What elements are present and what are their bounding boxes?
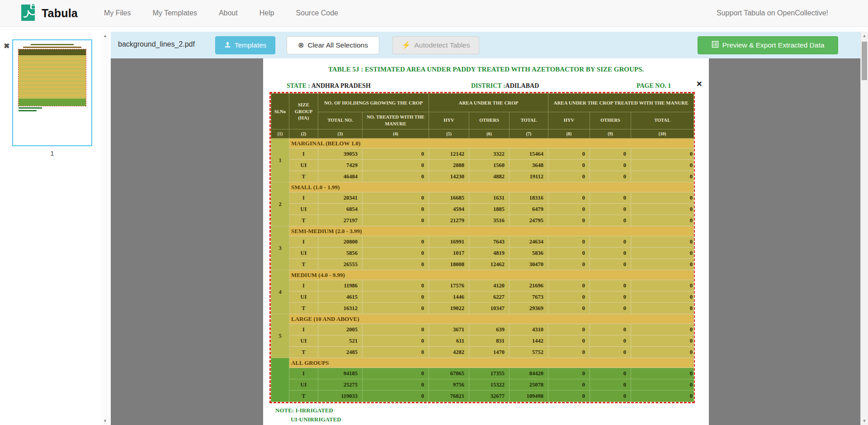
col-group-header: AREA UNDER THE CROP TREATED WITH THE MAN… — [548, 94, 694, 112]
value-cell: 94185 — [318, 368, 363, 379]
value-cell: 0 — [363, 204, 429, 215]
selection-close-icon[interactable]: ✕ — [696, 80, 702, 88]
value-cell: 0 — [363, 379, 429, 391]
value-cell: 14230 — [429, 171, 469, 182]
main-scrollbar[interactable]: ▲ ▼ — [860, 32, 868, 425]
nav-item-my-templates[interactable]: My Templates — [152, 9, 197, 17]
row-type-cell: I — [289, 280, 318, 291]
preview-export-button[interactable]: Preview & Export Extracted Data — [698, 36, 838, 54]
document-title: TABLE 5J : ESTIMATED AREA UNDER PADDY TR… — [263, 66, 709, 73]
value-cell: 6479 — [509, 204, 548, 215]
table-row: I39053012142332215464000 — [271, 148, 694, 160]
scroll-up-icon[interactable]: ▲ — [861, 33, 868, 39]
value-cell: 0 — [590, 303, 631, 314]
scroll-up-icon[interactable]: ▲ — [101, 33, 109, 39]
value-cell: 0 — [548, 347, 590, 358]
pdf-table: Sl.No SIZE GROUP (HA) NO. OF HOLDINGS GR… — [271, 93, 694, 402]
table-row: I2005036716394310000 — [271, 324, 694, 335]
value-cell: 1470 — [469, 347, 509, 358]
row-type-cell: UI — [289, 335, 318, 347]
value-cell: 46484 — [318, 171, 363, 182]
value-cell: 611 — [429, 335, 469, 347]
pdf-viewport: TABLE 5J : ESTIMATED AREA UNDER PADDY TR… — [111, 58, 860, 425]
value-cell: 0 — [548, 324, 590, 335]
value-cell: 0 — [590, 215, 631, 226]
section-header-cell: LARGE (10 AND ABOVE) — [289, 314, 694, 324]
document-note: NOTE: I-IRRIGATED UI-UNIRRIGATED — [275, 406, 341, 424]
value-cell: 4615 — [318, 291, 363, 303]
value-cell: 0 — [363, 303, 429, 314]
section-row: 4MEDIUM (4.0 - 9.99) — [271, 270, 694, 280]
document-toolbar: background_lines_2.pdf Templates ⊗ Clear… — [111, 32, 860, 58]
value-cell: 0 — [631, 248, 694, 259]
value-cell: 32677 — [469, 391, 509, 402]
sub-header: OTHERS — [590, 112, 631, 129]
value-cell: 4819 — [469, 248, 509, 259]
remove-page-icon[interactable]: ✖ — [4, 43, 9, 50]
value-cell: 0 — [363, 368, 429, 379]
note-line-1: NOTE: I-IRRIGATED — [275, 406, 341, 415]
value-cell: 0 — [363, 347, 429, 358]
value-cell: 15464 — [509, 148, 548, 160]
nav-item-about[interactable]: About — [219, 9, 238, 17]
row-type-cell: UI — [289, 204, 318, 215]
value-cell: 0 — [548, 379, 590, 391]
table-row: T24850428214705752000 — [271, 347, 694, 358]
slno-cell: 3 — [271, 226, 289, 270]
value-cell: 7673 — [509, 291, 548, 303]
value-cell: 0 — [363, 248, 429, 259]
autodetect-tables-button[interactable]: ⚡ Autodetect Tables — [392, 36, 479, 54]
table-row: T265550180081246230470000 — [271, 259, 694, 270]
value-cell: 0 — [548, 248, 590, 259]
value-cell: 0 — [590, 259, 631, 270]
value-cell: 25078 — [509, 379, 548, 391]
value-cell: 0 — [363, 215, 429, 226]
document-filename: background_lines_2.pdf — [118, 40, 195, 48]
scrollbar-thumb[interactable] — [862, 42, 867, 80]
value-cell: 521 — [318, 335, 363, 347]
sub-header: TOTAL — [509, 112, 548, 129]
col-number: (2) — [289, 129, 318, 138]
autodetect-button-label: Autodetect Tables — [415, 41, 470, 49]
scroll-down-icon[interactable]: ▼ — [101, 418, 109, 424]
sub-header: NO. TREATED WITH THE MANURE — [363, 112, 429, 129]
clear-all-selections-button[interactable]: ⊗ Clear All Selections — [287, 36, 379, 54]
table-selection-box[interactable]: Sl.No SIZE GROUP (HA) NO. OF HOLDINGS GR… — [269, 92, 695, 403]
slno-cell: 5 — [271, 314, 289, 358]
value-cell: 27197 — [318, 215, 363, 226]
value-cell: 0 — [590, 347, 631, 358]
sub-header: OTHERS — [469, 112, 509, 129]
templates-button[interactable]: Templates — [215, 36, 275, 54]
nav-item-source-code[interactable]: Source Code — [296, 9, 338, 17]
brand[interactable]: Tabula — [19, 3, 78, 24]
value-cell: 0 — [631, 324, 694, 335]
nav-item-my-files[interactable]: My Files — [104, 9, 131, 17]
sub-header: TOTAL NO. — [318, 112, 363, 129]
value-cell: 0 — [548, 280, 590, 291]
page-thumbnail[interactable] — [12, 39, 92, 146]
value-cell: 3671 — [429, 324, 469, 335]
export-table-icon — [712, 41, 719, 50]
value-cell: 1446 — [429, 291, 469, 303]
value-cell: 0 — [590, 379, 631, 391]
support-link[interactable]: Support Tabula on OpenCollective! — [717, 9, 828, 17]
thumb-subtitle-line — [23, 47, 81, 48]
scroll-down-icon[interactable]: ▼ — [861, 418, 868, 424]
value-cell: 4120 — [469, 280, 509, 291]
nav-item-help[interactable]: Help — [259, 9, 274, 17]
table-row: T11903307682132677109498000 — [271, 391, 694, 402]
pdf-page[interactable]: TABLE 5J : ESTIMATED AREA UNDER PADDY TR… — [263, 58, 709, 425]
value-cell: 16685 — [429, 192, 469, 204]
value-cell: 18008 — [429, 259, 469, 270]
value-cell: 19022 — [429, 303, 469, 314]
section-row: ALL GROUPS — [271, 358, 694, 368]
nav-links: My Files My Templates About Help Source … — [104, 9, 338, 17]
section-header-cell: ALL GROUPS — [289, 358, 694, 368]
row-type-cell: UI — [289, 379, 318, 391]
col-header: Sl.No — [271, 94, 289, 129]
value-cell: 4882 — [469, 171, 509, 182]
value-cell: 3648 — [509, 160, 548, 171]
table-row: UI52106118311442000 — [271, 335, 694, 347]
sidebar-scrollbar[interactable]: ▲ ▼ — [101, 32, 109, 425]
value-cell: 2005 — [318, 324, 363, 335]
